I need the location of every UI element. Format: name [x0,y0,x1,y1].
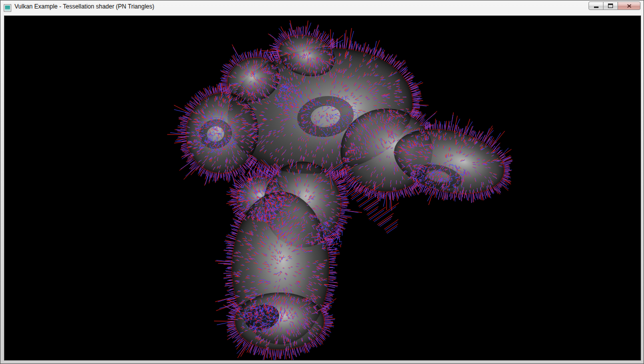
close-icon [627,4,632,8]
app-window: Vulkan Example - Tessellation shader (PN… [0,0,644,364]
caption-buttons [589,2,640,10]
viewport[interactable] [4,16,641,360]
vulkan-render-canvas[interactable] [4,16,640,360]
close-button[interactable] [618,2,640,10]
minimize-button[interactable] [588,2,604,10]
window-title: Vulkan Example - Tessellation shader (PN… [14,3,154,10]
maximize-button[interactable] [603,2,618,10]
titlebar[interactable]: Vulkan Example - Tessellation shader (PN… [0,0,644,15]
app-icon [4,4,12,12]
minimize-icon [594,6,598,8]
maximize-icon [608,4,613,8]
